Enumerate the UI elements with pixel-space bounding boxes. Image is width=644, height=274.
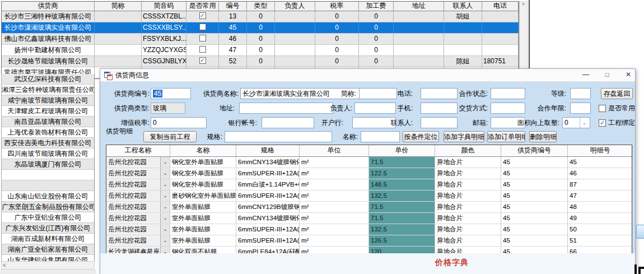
grid-cell[interactable]: 71.5 [369,202,435,212]
sidebar-item[interactable]: 山东南山铝业股份有限公司 [2,191,94,202]
sidebar-item[interactable]: 广东中亚铝业有限公司 [2,212,94,223]
combo-dropdown-icon[interactable]: ⌄ [160,157,170,168]
sidebar-item[interactable]: 东晶玻璃厦门有限公司 [2,159,94,170]
grid-cell[interactable]: 71.5 [369,157,435,168]
sidebar-item[interactable]: 广东兴发铝业(江西)有限公司 [2,223,94,234]
grid-cell[interactable]: 6mmCNY134镀膜钢化 [236,213,300,224]
grid-cell[interactable]: 异地合片 [435,168,501,179]
coop-status-input[interactable] [491,88,525,99]
often-used-checkbox[interactable]: ✓ [199,57,206,64]
detail-row[interactable]: 岳州北控花园⌄室外单面贴膜6mmCNY134镀膜钢化m²71.5异地合片4549 [106,213,632,224]
grid-cell[interactable]: 87 [568,179,633,190]
grid-cell[interactable]: 71.5 [369,213,435,224]
grid-cell[interactable]: 148.5 [369,179,435,190]
grid-cell[interactable]: m² [300,179,369,190]
grid-cell[interactable]: 岳州北控花园⌄ [106,157,170,168]
grid-cell[interactable]: 45 [501,168,568,179]
grid-cell[interactable]: 异地合片 [435,191,501,201]
detail-row[interactable]: 岳州北控花园⌄室外单面贴膜6mmSUPER-III+12A(硅...m²126.… [106,235,632,247]
grid-cell[interactable]: 46 [568,168,633,179]
combo-dropdown-icon[interactable]: ⌄ [160,213,170,224]
grid-cell[interactable]: 异地合片 [435,235,501,246]
grid-cell[interactable]: m² [300,213,369,224]
grid-cell[interactable]: 室外单面贴膜 [170,224,236,235]
checkbox-icon[interactable]: ✓ [599,119,606,127]
sidebar-item[interactable]: 广东坚朗五金制品股份有限公司 [2,202,94,212]
address-input[interactable] [239,103,333,114]
often-used-checkbox[interactable]: ✓ [199,12,206,19]
column-header[interactable]: 编号 [219,2,247,11]
column-header[interactable]: 简音码 [142,2,186,11]
grid-cell[interactable]: 45 [501,224,568,235]
grid-column-header[interactable]: 单价 [369,145,435,156]
column-header[interactable]: 联系人 [444,2,482,11]
grid-cell[interactable]: 钢化室外单面贴膜 [170,179,236,190]
detail-row[interactable]: 岳州北控花园⌄钢化室外单面贴膜6mm白玻+1.14PVB+6mm...m²148… [106,179,632,191]
minimize-button[interactable]: — [577,69,594,81]
scroll-up-icon[interactable]: ^ [520,2,527,10]
column-header[interactable]: 是否常用 [186,2,219,11]
grid-cell[interactable]: 45 [501,202,568,212]
delete-detail-button[interactable]: 删除明细 [529,131,557,142]
grid-column-header[interactable]: 工程名称 [106,145,170,156]
chevron-down-icon[interactable]: ⌄ [580,118,588,128]
grid-cell[interactable]: 132.5 [369,224,435,235]
grid-cell[interactable]: 异地合片 [435,202,501,212]
list-horizontal-scrollbar[interactable]: < [1,261,95,270]
area-roundup-combo[interactable]: 0⌄ [562,117,590,128]
combo-dropdown-icon[interactable]: ⌄ [160,235,170,246]
supplier-no-input[interactable]: 45 [151,88,191,99]
sidebar-item[interactable]: 四川南玻节能玻璃有限公司 [2,148,94,159]
scroll-left-icon[interactable]: < [3,262,6,269]
sidebar-item[interactable]: 湖南百成新材料有限公司 [2,234,94,244]
grid-cell[interactable]: 6mm白玻+1.14PVB+6mm... [236,179,300,190]
sidebar-item[interactable]: 西安佳吉美电力科技有限公司 [2,138,94,148]
detail-row[interactable]: 岳州北控花园⌄室外单面贴膜6mmSUPER-III+12A(硅...m²132.… [106,224,632,235]
sidebar-item[interactable]: 湖南广亚全铝家居有限公司 [2,244,94,255]
grid-cell[interactable]: 6mmCNY134镀膜钢化 [236,157,300,168]
add-dictionary-detail-button[interactable]: 添加字典明细 [444,131,484,142]
grid-cell[interactable]: m² [300,191,369,201]
bank-account-input[interactable] [262,117,314,128]
grid-cell[interactable]: 钢化室外单面贴膜 [170,168,236,179]
name-filter-input[interactable] [361,131,400,142]
grid-column-header[interactable]: 明细号 [568,145,633,156]
supplier-row[interactable]: 扬州中勤建材有限公司YZZQJCYXGS47000 [2,45,519,56]
grid-cell[interactable]: 钢化室外单面贴膜 [170,157,236,168]
often-used-checkbox[interactable] [199,24,206,30]
grid-cell[interactable]: 岳州北控花园⌄ [106,235,170,246]
project-bind-checkbox[interactable]: ✓ 工程绑定 [599,117,635,128]
grid-column-header[interactable]: 名称 [170,145,236,156]
often-used-checkbox[interactable] [199,35,206,41]
supplier-row[interactable]: 长沙市三湘特种玻璃有限公司CSSSXTZBL...✓13000胡姐 [2,11,519,22]
column-header[interactable]: 地址 [394,2,444,11]
column-header[interactable]: 税率 [315,2,359,11]
combo-dropdown-icon[interactable]: ⌄ [160,224,170,235]
dialog-titlebar[interactable]: 供货商信息 — □ ✕ [100,69,635,82]
sidebar-empty-row[interactable] [2,170,94,180]
grid-cell[interactable]: 48 [568,202,633,212]
sidebar-empty-row[interactable] [2,180,94,191]
grid-cell[interactable]: 50 [568,224,633,235]
add-order-detail-button[interactable]: 添加订单明细 [487,131,525,142]
column-header[interactable]: 供货商 [2,2,95,11]
grid-cell[interactable]: 126.5 [369,235,435,246]
combo-dropdown-icon[interactable]: ⌄ [160,168,170,179]
grid-cell[interactable]: 6mmSUPER-III+12A(硅... [236,191,300,201]
combo-dropdown-icon[interactable]: ⌄ [160,179,170,190]
grid-column-header[interactable]: 颜色 [435,145,501,156]
vat-rate-input[interactable]: 0 [151,117,207,128]
grid-cell[interactable]: 异地合片 [435,224,501,235]
column-header[interactable]: 加工费 [359,2,394,11]
sidebar-item[interactable]: 武汉亿深科技有限公司 [2,74,94,85]
sidebar-item[interactable]: 天津耀皮工程玻璃有限公司 [2,106,94,117]
save-return-button[interactable]: 存盘返回 [601,88,633,99]
supplier-type-input[interactable]: 玻璃 [151,103,185,114]
close-icon[interactable]: ✕ [620,69,637,81]
sidebar-item[interactable]: 山东华建铝业集团有限公司 [2,255,94,261]
grid-cell[interactable]: 室外单面贴膜 [170,235,236,246]
column-header[interactable]: 简称 [95,2,142,11]
checkbox-icon[interactable] [599,105,606,112]
grid-cell[interactable]: 45 [501,157,568,168]
detail-row[interactable]: 岳州北控花园⌄室外单面贴膜6mmCNY129B镀膜钢化m²71.5异地合片454… [106,202,632,213]
